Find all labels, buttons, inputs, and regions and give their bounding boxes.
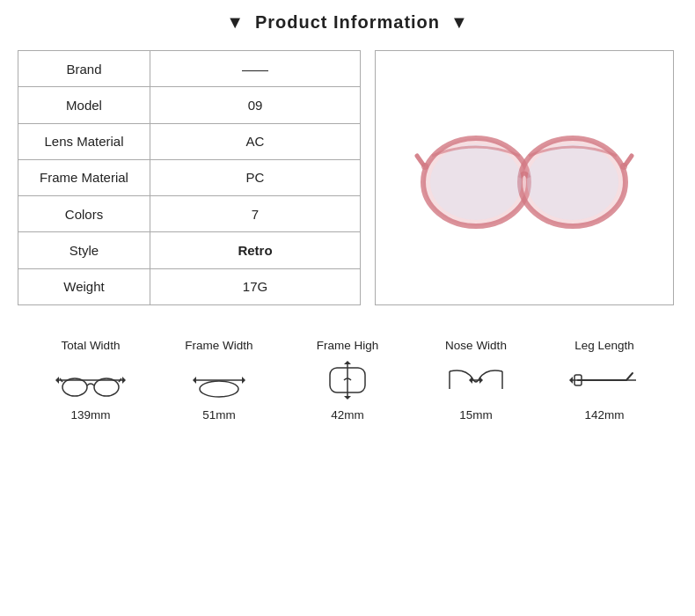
- frame-width-label: Frame Width: [185, 339, 252, 352]
- frame-high-label: Frame High: [317, 339, 379, 352]
- row-label: Brand: [18, 51, 150, 87]
- dimension-leg-length: Leg Length 142mm: [552, 339, 657, 422]
- product-image: [401, 99, 647, 257]
- nose-width-icon: [441, 361, 511, 400]
- svg-marker-14: [193, 377, 196, 384]
- frame-high-icon: [312, 361, 383, 400]
- row-value: AC: [150, 123, 361, 159]
- svg-marker-15: [242, 377, 245, 384]
- svg-point-4: [421, 163, 428, 170]
- table-row: StyleRetro: [18, 232, 361, 268]
- svg-point-16: [200, 381, 238, 397]
- row-value: 09: [150, 87, 361, 123]
- frame-width-value: 51mm: [202, 408, 236, 422]
- product-image-box: [375, 50, 674, 305]
- page-header: ▼ Product Information ▼: [0, 0, 695, 41]
- svg-marker-18: [344, 361, 351, 364]
- svg-marker-22: [469, 377, 472, 384]
- dimension-frame-high: Frame High 42mm: [295, 339, 400, 422]
- table-row: Brand——: [18, 51, 361, 87]
- table-row: Lens MaterialAC: [18, 123, 361, 159]
- svg-point-9: [62, 378, 87, 396]
- svg-point-3: [527, 144, 618, 220]
- row-value: Retro: [150, 232, 361, 268]
- leg-length-icon: [569, 361, 640, 400]
- svg-marker-8: [122, 377, 126, 384]
- svg-point-5: [620, 163, 627, 170]
- product-info-table: Brand——Model09Lens MaterialACFrame Mater…: [18, 50, 361, 305]
- svg-marker-7: [55, 377, 59, 384]
- header-title: Product Information: [255, 12, 440, 33]
- table-row: Weight17G: [18, 268, 361, 304]
- table-row: Model09: [18, 87, 361, 123]
- row-label: Lens Material: [18, 123, 150, 159]
- main-content: Brand——Model09Lens MaterialACFrame Mater…: [0, 41, 695, 314]
- leg-length-label: Leg Length: [574, 339, 634, 352]
- row-value: 7: [150, 196, 361, 232]
- header-triangle-left: ▼: [226, 12, 245, 33]
- svg-point-10: [94, 378, 119, 396]
- row-label: Colors: [18, 196, 150, 232]
- nose-width-label: Nose Width: [445, 339, 507, 352]
- dimension-frame-width: Frame Width 51mm: [166, 339, 272, 422]
- leg-length-value: 142mm: [584, 408, 624, 422]
- row-label: Model: [18, 87, 150, 123]
- svg-marker-25: [569, 377, 573, 384]
- table-row: Frame MaterialPC: [18, 159, 361, 195]
- svg-marker-23: [479, 377, 483, 384]
- table-row: Colors7: [18, 196, 361, 232]
- dimension-total-width: Total Width 139mm: [38, 339, 143, 422]
- row-value: ——: [150, 51, 361, 87]
- dimensions-section: Total Width 139mm Frame Width 51mm Frame…: [0, 318, 695, 430]
- dimension-nose-width: Nose Width 15mm: [423, 339, 529, 422]
- row-value: PC: [150, 159, 361, 195]
- nose-width-value: 15mm: [459, 408, 493, 422]
- total-width-value: 139mm: [70, 408, 110, 422]
- frame-high-value: 42mm: [331, 408, 364, 422]
- row-label: Frame Material: [18, 159, 150, 195]
- row-value: 17G: [150, 268, 361, 304]
- header-triangle-right: ▼: [450, 12, 469, 33]
- total-width-icon: [55, 361, 126, 400]
- frame-width-icon: [184, 361, 254, 400]
- svg-marker-19: [344, 396, 351, 400]
- row-label: Style: [18, 232, 150, 268]
- row-label: Weight: [18, 268, 150, 304]
- svg-point-2: [430, 144, 522, 220]
- total-width-label: Total Width: [62, 339, 121, 352]
